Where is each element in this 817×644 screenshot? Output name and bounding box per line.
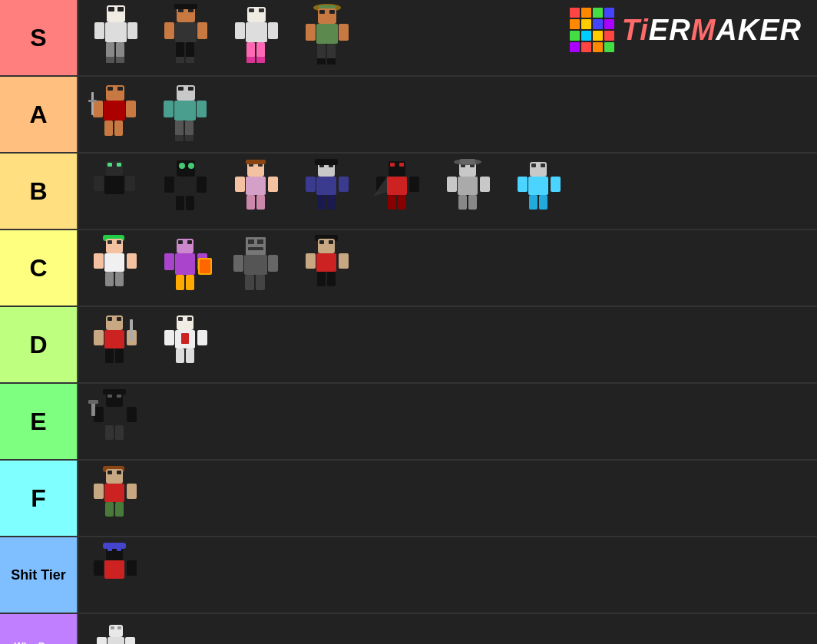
- svg-rect-23: [259, 8, 264, 12]
- svg-rect-122: [539, 195, 547, 210]
- svg-rect-135: [175, 253, 195, 275]
- svg-rect-129: [127, 253, 137, 269]
- svg-rect-150: [256, 275, 265, 290]
- svg-rect-75: [164, 177, 174, 193]
- tier-item: [81, 617, 150, 644]
- svg-rect-181: [104, 407, 124, 425]
- tier-content-why: [77, 614, 817, 644]
- svg-rect-208: [111, 626, 114, 629]
- svg-rect-69: [105, 194, 113, 208]
- svg-rect-112: [468, 195, 477, 210]
- roblox-char-b6: [441, 158, 498, 224]
- svg-rect-174: [197, 330, 207, 345]
- roblox-char-b2: [158, 158, 216, 224]
- svg-rect-100: [387, 177, 407, 195]
- roblox-char-c1: [88, 235, 145, 301]
- svg-rect-37: [306, 24, 316, 41]
- svg-rect-118: [528, 177, 548, 195]
- svg-rect-148: [268, 255, 278, 272]
- svg-rect-54: [178, 87, 184, 91]
- svg-rect-44: [108, 87, 113, 91]
- svg-rect-187: [91, 402, 95, 416]
- svg-rect-19: [186, 57, 194, 63]
- svg-rect-30: [256, 57, 265, 63]
- svg-rect-133: [178, 240, 183, 244]
- roblox-char-w1: [88, 619, 145, 644]
- roblox-char-b7: [511, 158, 569, 224]
- svg-rect-126: [117, 240, 121, 244]
- svg-rect-110: [480, 177, 490, 192]
- svg-rect-26: [268, 22, 278, 39]
- svg-rect-84: [235, 177, 245, 192]
- svg-rect-39: [317, 44, 326, 59]
- svg-rect-61: [175, 135, 184, 141]
- roblox-char-d1: [88, 312, 145, 378]
- svg-rect-212: [125, 637, 135, 644]
- tier-label-c: C: [0, 230, 77, 305]
- svg-rect-120: [551, 177, 561, 192]
- svg-rect-6: [106, 42, 114, 58]
- svg-rect-87: [256, 195, 265, 210]
- svg-rect-27: [246, 42, 255, 58]
- svg-rect-204: [105, 579, 114, 593]
- tier-content-e: [77, 384, 817, 459]
- svg-rect-196: [105, 502, 114, 517]
- svg-rect-55: [188, 87, 194, 91]
- svg-rect-14: [164, 22, 174, 39]
- svg-rect-111: [458, 195, 467, 210]
- svg-rect-128: [94, 253, 104, 269]
- svg-rect-117: [541, 163, 545, 167]
- svg-rect-144: [257, 239, 263, 244]
- tier-row-c: C: [0, 230, 817, 307]
- tier-item: [81, 540, 150, 609]
- svg-rect-35: [329, 10, 335, 14]
- svg-rect-125: [108, 240, 112, 244]
- roblox-char-b3: [229, 158, 286, 224]
- svg-rect-210: [108, 637, 124, 644]
- svg-rect-77: [176, 196, 184, 210]
- tier-item: [435, 157, 504, 226]
- svg-rect-20: [174, 4, 197, 9]
- svg-rect-29: [246, 57, 255, 63]
- svg-rect-103: [388, 195, 396, 210]
- svg-rect-177: [186, 348, 194, 363]
- svg-rect-191: [108, 471, 112, 474]
- svg-rect-121: [529, 195, 538, 210]
- tier-content-c: [77, 230, 817, 305]
- svg-rect-91: [315, 159, 338, 165]
- tier-label-s: S: [0, 0, 77, 75]
- svg-rect-183: [127, 407, 137, 422]
- roblox-char-b1: [88, 158, 145, 224]
- svg-rect-188: [88, 400, 98, 404]
- svg-rect-131: [115, 272, 124, 286]
- svg-rect-211: [97, 637, 107, 644]
- logo-grid: [570, 8, 614, 52]
- svg-rect-49: [104, 121, 113, 136]
- svg-rect-114: [460, 159, 475, 164]
- roblox-char-e1: [88, 388, 145, 454]
- tier-item: [81, 157, 150, 226]
- svg-rect-66: [104, 176, 124, 194]
- svg-rect-9: [116, 57, 124, 63]
- svg-rect-17: [186, 42, 194, 58]
- tier-row-shit: Shit Tier: [0, 537, 817, 614]
- svg-rect-24: [246, 22, 267, 42]
- svg-rect-67: [94, 176, 104, 191]
- svg-rect-76: [197, 177, 207, 193]
- roblox-char-a2: [156, 81, 217, 148]
- tier-label-b: B: [0, 154, 77, 229]
- svg-rect-4: [94, 22, 104, 39]
- svg-rect-109: [447, 177, 457, 192]
- roblox-char-c3: [229, 235, 286, 301]
- svg-rect-2: [117, 7, 124, 12]
- tier-item: [223, 233, 292, 302]
- svg-rect-83: [246, 177, 266, 195]
- svg-rect-96: [327, 195, 336, 210]
- roblox-char-s3: [227, 4, 288, 71]
- roblox-char-s4: [297, 4, 359, 71]
- svg-rect-8: [106, 57, 114, 63]
- svg-rect-1: [108, 7, 114, 12]
- svg-rect-147: [233, 255, 243, 272]
- svg-rect-205: [115, 579, 124, 593]
- tier-content-d: [77, 307, 817, 382]
